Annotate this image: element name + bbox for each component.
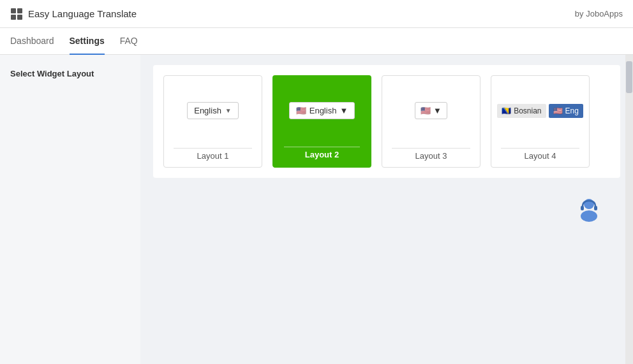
layout2-flag: 🇺🇸 bbox=[296, 106, 306, 115]
layout2-text: English bbox=[309, 106, 337, 115]
layout3-widget-area: 🇺🇸 ▼ bbox=[382, 76, 480, 145]
layout1-dropdown[interactable]: English ▼ bbox=[187, 102, 239, 119]
svg-rect-1 bbox=[17, 8, 22, 13]
tab-settings[interactable]: Settings bbox=[70, 28, 105, 55]
layout1-arrow: ▼ bbox=[225, 107, 232, 114]
layout-card-4[interactable]: 🇧🇦 Bosnian 🇺🇸 Eng Layout 4 bbox=[491, 75, 590, 168]
scrollbar-track[interactable] bbox=[625, 55, 633, 364]
app-icon bbox=[10, 8, 23, 20]
main-content: Select Widget Layout English ▼ Layout 1 bbox=[0, 55, 633, 364]
layout4-divider bbox=[501, 148, 579, 149]
layout3-arrow: ▼ bbox=[433, 106, 442, 115]
nav-tabs: Dashboard Settings FAQ bbox=[0, 28, 633, 55]
svg-rect-6 bbox=[581, 206, 584, 210]
content-area: English ▼ Layout 1 🇺🇸 English ▼ bbox=[140, 55, 633, 364]
layout3-flag: 🇺🇸 bbox=[421, 106, 431, 115]
layout2-widget-area: 🇺🇸 English ▼ bbox=[274, 77, 369, 144]
header-by-label: by JoboApps bbox=[575, 9, 623, 18]
layout2-flag-dropdown[interactable]: 🇺🇸 English ▼ bbox=[289, 102, 355, 119]
app-header: Easy Language Translate by JoboApps bbox=[0, 0, 633, 28]
bosnian-label: Bosnian bbox=[514, 106, 541, 115]
layout-card-3[interactable]: 🇺🇸 ▼ Layout 3 bbox=[382, 75, 480, 168]
layout3-label: Layout 3 bbox=[415, 151, 447, 167]
layout3-divider bbox=[392, 148, 470, 149]
sidebar: Select Widget Layout bbox=[0, 55, 140, 364]
bosnian-flag: 🇧🇦 bbox=[502, 106, 511, 115]
tab-faq[interactable]: FAQ bbox=[120, 28, 138, 55]
layout4-dual-widget: 🇧🇦 Bosnian 🇺🇸 Eng bbox=[497, 104, 583, 118]
svg-point-5 bbox=[581, 210, 597, 222]
layout-card-2[interactable]: 🇺🇸 English ▼ Layout 2 bbox=[272, 75, 371, 168]
app-title: Easy Language Translate bbox=[28, 8, 137, 19]
svg-rect-3 bbox=[17, 15, 22, 20]
support-icon-container[interactable] bbox=[577, 196, 601, 224]
scrollbar-thumb[interactable] bbox=[626, 61, 632, 93]
layouts-container: English ▼ Layout 1 🇺🇸 English ▼ bbox=[153, 65, 620, 178]
header-left: Easy Language Translate bbox=[10, 8, 137, 20]
layout1-widget-area: English ▼ bbox=[164, 76, 262, 145]
layout1-label: Layout 1 bbox=[197, 151, 229, 167]
layout2-divider bbox=[284, 147, 360, 147]
layout2-arrow: ▼ bbox=[339, 106, 348, 115]
layout4-english-btn[interactable]: 🇺🇸 Eng bbox=[549, 104, 583, 118]
layout2-label: Layout 2 bbox=[305, 150, 339, 166]
svg-rect-0 bbox=[11, 8, 16, 13]
english-label-layout4: Eng bbox=[565, 106, 579, 115]
layout1-divider bbox=[174, 148, 251, 149]
layout1-text: English bbox=[194, 106, 221, 115]
english-flag-layout4: 🇺🇸 bbox=[553, 106, 563, 115]
sidebar-section-label: Select Widget Layout bbox=[10, 69, 94, 78]
support-icon bbox=[577, 196, 601, 224]
layout3-flag-widget[interactable]: 🇺🇸 ▼ bbox=[415, 102, 447, 119]
layout4-bosnian-btn[interactable]: 🇧🇦 Bosnian bbox=[497, 104, 546, 118]
tab-dashboard[interactable]: Dashboard bbox=[10, 28, 54, 55]
layout-card-1[interactable]: English ▼ Layout 1 bbox=[163, 75, 262, 168]
svg-rect-7 bbox=[594, 206, 597, 210]
layout4-label: Layout 4 bbox=[525, 151, 556, 167]
layout4-widget-area: 🇧🇦 Bosnian 🇺🇸 Eng bbox=[491, 76, 589, 145]
svg-rect-2 bbox=[11, 15, 16, 20]
